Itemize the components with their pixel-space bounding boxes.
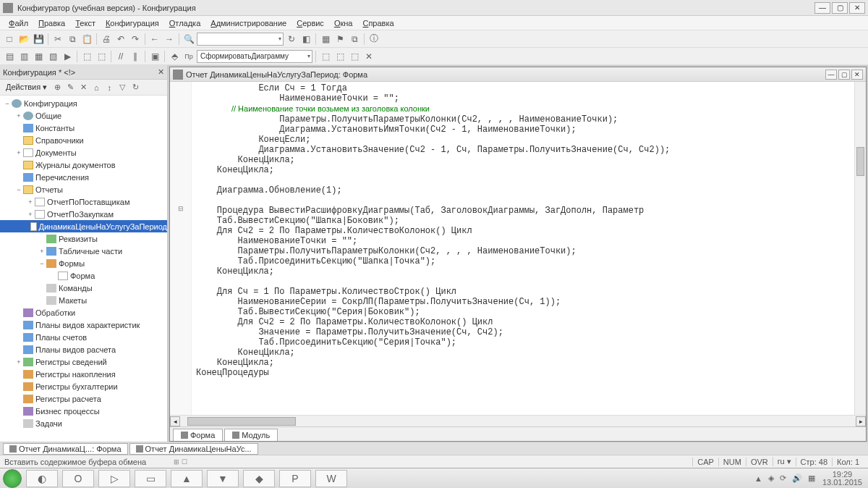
taskbar-powerpoint-icon[interactable]: P bbox=[279, 470, 311, 487]
proc-icon[interactable]: Пр bbox=[182, 50, 195, 63]
doc-tab[interactable]: Форма bbox=[173, 429, 223, 441]
tree-item[interactable]: Бизнес процессы bbox=[0, 405, 167, 417]
menu-конфигурация[interactable]: Конфигурация bbox=[101, 17, 163, 29]
tool-button-1[interactable]: ◧ bbox=[299, 33, 312, 46]
menu-отладка[interactable]: Отладка bbox=[165, 17, 205, 29]
taskbar-app-2[interactable]: ▼ bbox=[207, 470, 239, 487]
window-tab[interactable]: Отчет ДинамикаЦ...: Форма bbox=[3, 443, 128, 455]
tree-item[interactable]: Константы bbox=[0, 122, 167, 134]
expand-icon[interactable]: + bbox=[26, 211, 35, 218]
tree-item[interactable]: Перечисления bbox=[0, 171, 167, 183]
tool-button-3[interactable]: ⚑ bbox=[333, 33, 346, 46]
horizontal-scrollbar[interactable]: ◂ ▸ bbox=[170, 415, 866, 426]
new-button[interactable]: □ bbox=[3, 33, 16, 46]
expand-icon[interactable]: − bbox=[3, 100, 12, 107]
tray-icon[interactable]: 🔊 bbox=[791, 474, 804, 483]
menu-текст[interactable]: Текст bbox=[71, 17, 100, 29]
info-icon[interactable]: ⓘ bbox=[367, 33, 380, 46]
maximize-button[interactable]: ▢ bbox=[832, 2, 848, 14]
tb2-button-2[interactable]: ▥ bbox=[17, 50, 30, 63]
expand-icon[interactable]: + bbox=[14, 149, 23, 156]
tree-item[interactable]: −Конфигурация bbox=[0, 97, 167, 109]
tree-item[interactable]: Обработки bbox=[0, 306, 167, 319]
tree-item[interactable]: −ДинамикаЦеныНаУслугуЗаПериод bbox=[0, 220, 167, 232]
start-button[interactable] bbox=[3, 469, 22, 488]
forward-button[interactable]: → bbox=[163, 33, 176, 46]
tree-item[interactable]: Регистры бухгалтерии bbox=[0, 380, 167, 392]
tb2-button-7[interactable]: ▣ bbox=[148, 50, 161, 63]
fold-marker-icon[interactable]: ⊟ bbox=[170, 205, 191, 215]
tree-item[interactable]: Планы счетов bbox=[0, 331, 167, 343]
comment-button[interactable]: // bbox=[114, 50, 127, 63]
add-button[interactable]: ⊕ bbox=[51, 82, 63, 93]
tool-button-2[interactable]: ▦ bbox=[319, 33, 332, 46]
back-button[interactable]: ← bbox=[148, 33, 161, 46]
status-lang[interactable]: ru ▾ bbox=[773, 457, 796, 466]
tree-item[interactable]: −Формы bbox=[0, 257, 167, 269]
taskbar-word-icon[interactable]: W bbox=[315, 470, 347, 487]
menu-файл[interactable]: Файл bbox=[4, 17, 33, 29]
config-panel-close-icon[interactable]: ✕ bbox=[158, 67, 164, 77]
tree-item[interactable]: Задачи bbox=[0, 417, 167, 429]
doc-maximize-button[interactable]: ▢ bbox=[838, 70, 850, 80]
tree-item[interactable]: +Общие bbox=[0, 109, 167, 122]
tray-icon[interactable]: ▦ bbox=[807, 474, 817, 483]
taskbar-chrome-icon[interactable]: ◐ bbox=[26, 470, 58, 487]
doc-close-button[interactable]: ✕ bbox=[851, 70, 863, 80]
tb2-button-12[interactable]: ✕ bbox=[362, 50, 375, 63]
save-button[interactable]: 💾 bbox=[32, 33, 45, 46]
taskbar-app-3[interactable]: ◆ bbox=[243, 470, 275, 487]
taskbar-explorer-icon[interactable]: ▭ bbox=[135, 470, 166, 487]
play-button[interactable]: ▶ bbox=[61, 50, 74, 63]
up-button[interactable]: ⌂ bbox=[90, 82, 102, 93]
tray-icon[interactable]: ⟳ bbox=[778, 474, 788, 483]
tb2-button-9[interactable]: ⬚ bbox=[319, 50, 332, 63]
tree-item[interactable]: Справочники bbox=[0, 134, 167, 146]
code-editor[interactable]: Если Сч = 1 Тогда НаименованиеТочки = ""… bbox=[192, 82, 854, 415]
taskbar-opera-icon[interactable]: O bbox=[62, 470, 94, 487]
search-icon[interactable]: 🔍 bbox=[182, 33, 195, 46]
tray-icon[interactable]: ▲ bbox=[753, 474, 764, 483]
filter-button[interactable]: ▽ bbox=[116, 82, 128, 93]
tb2-button-10[interactable]: ⬚ bbox=[333, 50, 346, 63]
tree-item[interactable]: Команды bbox=[0, 282, 167, 294]
tree-item[interactable]: +ОтчетПоПоставщикам bbox=[0, 195, 167, 208]
doc-minimize-button[interactable]: — bbox=[825, 70, 837, 80]
tray-icon[interactable]: ◈ bbox=[767, 474, 775, 483]
sort-button[interactable]: ↕ bbox=[103, 82, 115, 93]
tree-item[interactable]: +Регистры сведений bbox=[0, 356, 167, 368]
tb2-button-4[interactable]: ▧ bbox=[46, 50, 59, 63]
search-combo[interactable] bbox=[197, 33, 284, 46]
actions-dropdown[interactable]: Действия ▾ bbox=[3, 83, 50, 92]
doc-tab[interactable]: Модуль bbox=[224, 429, 278, 441]
tool-button-4[interactable]: ⧉ bbox=[348, 33, 361, 46]
uncomment-button[interactable]: ∥ bbox=[129, 50, 142, 63]
expand-icon[interactable]: + bbox=[14, 112, 23, 119]
tb2-button-8[interactable]: ⬘ bbox=[168, 50, 181, 63]
undo-button[interactable]: ↶ bbox=[114, 33, 127, 46]
tree-item[interactable]: +Табличные части bbox=[0, 245, 167, 257]
menu-сервис[interactable]: Сервис bbox=[292, 17, 328, 29]
cut-button[interactable]: ✂ bbox=[51, 33, 64, 46]
tree-item[interactable]: Макеты bbox=[0, 294, 167, 306]
expand-icon[interactable]: − bbox=[38, 260, 46, 267]
refresh-tree-button[interactable]: ↻ bbox=[129, 82, 141, 93]
expand-icon[interactable]: + bbox=[26, 198, 35, 206]
window-tab[interactable]: Отчет ДинамикаЦеныНаУс... bbox=[129, 443, 258, 455]
tree-item[interactable]: Регистры расчета bbox=[0, 392, 167, 405]
open-button[interactable]: 📂 bbox=[17, 33, 30, 46]
menu-правка[interactable]: Правка bbox=[34, 17, 69, 29]
close-button[interactable]: ✕ bbox=[849, 2, 865, 14]
tree-item[interactable]: −Отчеты bbox=[0, 183, 167, 195]
minimize-button[interactable]: — bbox=[814, 2, 830, 14]
copy-button[interactable]: ⧉ bbox=[66, 33, 79, 46]
procedure-combo[interactable]: СформироватьДиаграмму bbox=[197, 50, 312, 63]
tree-item[interactable]: +Документы bbox=[0, 146, 167, 159]
expand-icon[interactable]: + bbox=[38, 248, 46, 255]
expand-icon[interactable]: + bbox=[14, 358, 23, 366]
menu-справка[interactable]: Справка bbox=[358, 17, 398, 29]
tree-item[interactable]: Регистры накопления bbox=[0, 368, 167, 380]
tb2-button-5[interactable]: ⬚ bbox=[80, 50, 93, 63]
taskbar-app-1[interactable]: ▲ bbox=[171, 470, 203, 487]
tree-item[interactable]: Форма bbox=[0, 269, 167, 282]
